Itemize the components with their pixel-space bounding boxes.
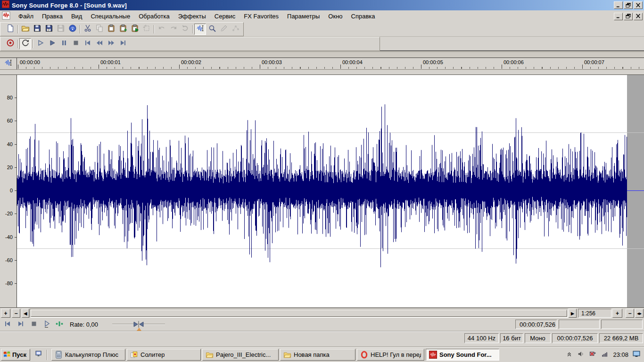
play-all-icon [36,39,45,49]
menu-специальные[interactable]: Специальные [86,11,134,21]
playbar-scrub-button[interactable] [54,320,65,329]
close-button[interactable] [634,1,643,9]
taskbar-button-6[interactable]: Sony Sound For... [426,349,499,361]
amplitude-label: -60 [5,257,13,263]
mdi-close-button[interactable] [634,13,643,20]
open-folder-button[interactable] [19,24,31,35]
zoom-window-button[interactable]: ◂▸ [635,309,644,318]
playbar-play-button[interactable] [41,320,53,329]
undo-button[interactable] [156,24,167,35]
playbar-stop-button[interactable] [28,320,40,329]
waveform-display[interactable] [17,75,644,307]
restore-button[interactable] [624,1,633,9]
repeat-button[interactable] [179,24,191,35]
save-all-button[interactable] [55,24,66,35]
hidden-icons-chevron-icon[interactable] [566,350,573,359]
volume-icon[interactable] [577,350,585,360]
play-button[interactable] [46,38,58,49]
playbar-go-to-end-button[interactable] [15,320,26,329]
zoom-out-vertical-button[interactable]: − [12,309,20,318]
loop-playback-button[interactable] [19,38,31,49]
taskbar-button-2[interactable]: Солитер [127,349,201,361]
selection-start-box [559,320,600,329]
toolbar-separator [16,39,19,49]
go-to-end-button[interactable] [117,38,129,49]
status-sample-rate: 44 100 Hz [464,333,499,343]
menu-параметры[interactable]: Параметры [283,11,324,21]
menu-обработка[interactable]: Обработка [134,11,174,21]
paste-special-button[interactable] [117,24,129,35]
start-button[interactable]: Пуск [1,349,30,361]
redo-button[interactable] [167,24,179,35]
marker-bar[interactable] [0,69,644,75]
scroll-right-button[interactable]: ▶ [569,309,577,318]
forward-button[interactable] [105,38,117,49]
new-file-button[interactable] [4,24,16,35]
paste-special-icon [119,24,127,34]
envelope-tool-button[interactable] [230,24,241,35]
stop-button[interactable] [70,38,82,49]
scroll-left-button[interactable]: ◀ [22,309,29,318]
trim-button[interactable] [140,24,152,35]
rewind-button[interactable] [93,38,105,49]
copy-button[interactable] [93,24,105,35]
menu-справка[interactable]: Справка [347,11,380,21]
power-error-icon[interactable] [589,350,597,360]
taskbar-button-label: Новая папка [294,351,330,358]
taskbar-button-3[interactable]: Pajero_III_Electric... [202,349,279,361]
overview-bar[interactable] [0,51,644,58]
save-as-button[interactable]: ? [43,24,55,35]
taskbar-button-1[interactable]: Калькулятор Плюс [51,349,125,361]
taskbar-button-label: HELP! Гул в перед... [371,351,421,358]
amplitude-tick [15,237,17,238]
menu-сервис[interactable]: Сервис [210,11,240,21]
ruler-major-tick [260,65,260,69]
standard-toolbar: ? [0,22,644,36]
amplitude-tick [15,121,17,121]
save-as-icon: ? [45,24,53,34]
menu-окно[interactable]: Окно [324,11,347,21]
playbar-go-to-start-button[interactable] [2,320,13,329]
menu-файл[interactable]: Файл [14,11,38,21]
horizontal-scrollbar[interactable] [30,309,568,318]
menu-fx-favorites[interactable]: FX Favorites [239,11,283,21]
edit-tool-selector[interactable] [0,58,17,69]
publish-button[interactable] [66,24,78,35]
time-ruler[interactable]: 00:00:0000:00:0100:00:0200:00:0300:00:04… [17,58,644,69]
go-to-start-button[interactable] [82,38,93,49]
tray-clock[interactable]: 23:08 [613,351,628,358]
paste-to-new-button[interactable] [129,24,140,35]
stop-icon [30,320,38,330]
pause-button[interactable] [58,38,70,49]
ruler-major-tick [582,65,583,69]
zoom-in-time-button[interactable]: + [612,309,622,318]
minimize-button[interactable] [614,1,623,9]
magnify-button[interactable] [206,24,218,35]
loop-playback-icon [21,39,30,49]
scrollbar-thumb[interactable] [31,310,567,317]
display-icon[interactable] [633,350,641,360]
show-desktop-icon[interactable] [35,350,43,360]
signal-bars-icon[interactable] [601,350,609,360]
toolbar-separator [191,24,194,34]
menu-эффекты[interactable]: Эффекты [174,11,210,21]
play-all-button[interactable] [34,38,46,49]
record-button[interactable] [4,38,16,49]
rate-slider[interactable] [112,319,165,331]
mdi-minimize-button[interactable] [614,13,623,20]
zoom-out-time-button[interactable]: − [626,309,634,318]
mdi-restore-button[interactable] [624,13,633,20]
paste-button[interactable] [105,24,117,35]
zoom-in-vertical-button[interactable]: + [1,309,10,318]
menu-правка[interactable]: Правка [38,11,67,21]
save-button[interactable] [31,24,43,35]
taskbar-button-4[interactable]: Новая папка [280,349,355,361]
calculator-icon [55,351,63,359]
taskbar-button-5[interactable]: HELP! Гул в перед... [357,349,424,361]
document-icon [2,11,10,22]
pencil-button[interactable] [218,24,230,35]
cut-button[interactable] [82,24,93,35]
play-normal-icon [43,320,51,330]
edit-tool-button[interactable] [194,24,206,35]
menu-вид[interactable]: Вид [67,11,87,21]
